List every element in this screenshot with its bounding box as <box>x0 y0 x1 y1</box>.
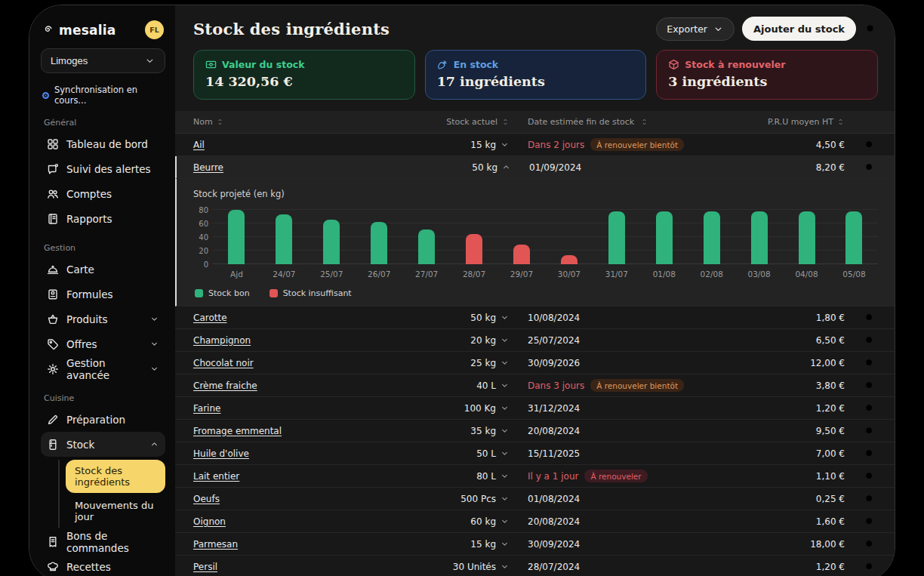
basket-icon <box>47 313 59 325</box>
ingredient-link[interactable]: Oignon <box>175 516 443 527</box>
chevron-down-icon <box>144 55 156 66</box>
chevron-down-icon[interactable] <box>500 380 510 390</box>
table-row: Beurre50 kg01/09/20248,20 € <box>175 156 895 179</box>
fridge-icon <box>47 439 59 451</box>
sidebar-subitem-mouvements-du-jour[interactable]: Mouvements du jour <box>66 494 165 528</box>
sidebar-item-offres[interactable]: Offres <box>41 331 165 356</box>
sort-icon[interactable] <box>836 118 845 126</box>
sidebar-item-comptes[interactable]: Comptes <box>41 181 165 206</box>
chevron-down-icon[interactable] <box>500 335 510 345</box>
chevron-up-icon[interactable] <box>501 162 511 172</box>
row-search-icon[interactable] <box>864 539 875 550</box>
add-stock-button[interactable]: Ajouter du stock <box>742 17 856 41</box>
ingredient-link[interactable]: Carotte <box>175 313 443 323</box>
chart-bar <box>371 222 387 264</box>
sort-icon[interactable] <box>216 118 224 126</box>
sidebar-item-label: Tableau de bord <box>66 138 148 150</box>
chevron-down-icon[interactable] <box>500 313 510 322</box>
row-search-icon[interactable] <box>864 494 875 504</box>
chevron-down-icon[interactable] <box>500 448 510 458</box>
ingredient-link[interactable]: Huile d'olive <box>175 448 443 459</box>
row-search-icon[interactable] <box>864 403 875 414</box>
row-search-icon[interactable] <box>864 140 875 150</box>
column-header-1[interactable]: Nom <box>175 117 443 127</box>
chevron-down-icon[interactable] <box>500 426 510 436</box>
stock-quantity: 15 kg <box>470 140 496 150</box>
sidebar-item-label: Stock <box>66 439 94 451</box>
chevron-down-icon[interactable] <box>500 516 510 526</box>
end-date: 28/07/2024 <box>528 562 580 572</box>
ingredient-link[interactable]: Crème fraiche <box>175 380 443 391</box>
column-header-3[interactable]: Date estimée fin de stock <box>510 117 750 127</box>
sidebar-subitem-stock-des-ingr-dients[interactable]: Stock des ingrédients <box>66 460 165 493</box>
chart-bar <box>845 211 862 264</box>
sidebar-item-formules[interactable]: Formules <box>41 282 165 306</box>
sync-label: Synchronisation en cours... <box>54 85 164 106</box>
end-date: 10/08/2024 <box>528 313 580 323</box>
y-tick-label: 20 <box>199 247 208 255</box>
row-search-icon[interactable] <box>864 313 875 323</box>
chevron-down-icon[interactable] <box>500 562 510 571</box>
row-search-icon[interactable] <box>864 471 875 482</box>
sidebar-item-tableau-de-bord[interactable]: Tableau de bord <box>41 131 165 156</box>
chevron-down-icon[interactable] <box>500 471 510 481</box>
report-icon <box>47 213 59 225</box>
card-value: 3 ingrédients <box>668 74 866 89</box>
unit-price: 0,25 € <box>816 494 845 504</box>
dashboard-icon <box>47 138 59 150</box>
ingredient-link[interactable]: Beurre <box>177 162 445 173</box>
sidebar-item-rapports[interactable]: Rapports <box>41 206 165 231</box>
chart-title: Stock projeté (en kg) <box>193 189 878 199</box>
row-search-icon[interactable] <box>864 335 875 346</box>
chevron-down-icon[interactable] <box>500 494 510 504</box>
ingredient-link[interactable]: Oeufs <box>175 494 443 504</box>
sort-icon[interactable] <box>501 118 510 126</box>
sidebar-item-bons-de-commandes[interactable]: Bons de commandes <box>41 529 165 554</box>
unit-price: 1,80 € <box>816 313 845 323</box>
ingredient-link[interactable]: Farine <box>175 403 443 414</box>
chevron-down-icon[interactable] <box>500 539 510 549</box>
column-header-2[interactable]: Stock actuel <box>446 117 510 127</box>
end-date: 01/08/2024 <box>528 494 580 504</box>
row-search-icon[interactable] <box>864 426 875 436</box>
sidebar-item-produits[interactable]: Produits <box>41 306 165 331</box>
ingredient-link[interactable]: Persil <box>175 562 443 572</box>
column-header-4[interactable]: P.R.U moyen HT <box>768 117 845 127</box>
ingredient-link[interactable]: Lait entier <box>175 471 443 482</box>
stock-quantity: 35 kg <box>470 426 496 436</box>
unit-price: 1,20 € <box>816 562 845 572</box>
row-search-icon[interactable] <box>864 448 875 459</box>
main-header: Stock des ingrédients Exporter Ajouter d… <box>175 5 895 41</box>
row-search-icon[interactable] <box>864 358 875 368</box>
ingredient-link[interactable]: Champignon <box>175 335 443 346</box>
chevron-down-icon[interactable] <box>500 358 510 368</box>
x-tick-label: 05/08 <box>830 270 878 279</box>
chevron-down-icon[interactable] <box>500 403 510 413</box>
sidebar-item-label: Comptes <box>66 188 112 200</box>
plot-area <box>213 210 878 264</box>
chevron-down-icon[interactable] <box>500 140 510 149</box>
unit-price: 1,60 € <box>816 516 845 527</box>
sidebar-item-carte[interactable]: Carte <box>41 257 165 282</box>
sidebar-item-stock[interactable]: Stock <box>41 432 165 457</box>
chart-bar <box>418 229 435 264</box>
sidebar-item-pr-paration[interactable]: Préparation <box>41 407 165 432</box>
ingredient-link[interactable]: Parmesan <box>175 539 443 550</box>
row-search-icon[interactable] <box>864 516 875 527</box>
gear-icon <box>47 363 59 375</box>
sidebar-item-recettes[interactable]: Recettes <box>41 554 165 576</box>
location-select[interactable]: Limoges <box>41 48 165 73</box>
sidebar-item-suivi-des-alertes[interactable]: Suivi des alertes <box>41 156 165 181</box>
ingredient-link[interactable]: Ail <box>175 140 443 150</box>
ingredient-link[interactable]: Fromage emmental <box>175 426 443 436</box>
sort-icon[interactable] <box>640 118 648 126</box>
chevron-up-icon <box>149 439 159 449</box>
sidebar-item-gestion-avanc-e[interactable]: Gestion avancée <box>41 356 165 381</box>
ingredient-link[interactable]: Chocolat noir <box>175 358 443 368</box>
row-search-icon[interactable] <box>864 380 875 391</box>
avatar[interactable]: FL <box>145 20 164 39</box>
search-icon[interactable] <box>864 22 878 36</box>
row-search-icon[interactable] <box>864 562 875 572</box>
export-button[interactable]: Exporter <box>656 17 735 41</box>
row-search-icon[interactable] <box>864 162 875 173</box>
